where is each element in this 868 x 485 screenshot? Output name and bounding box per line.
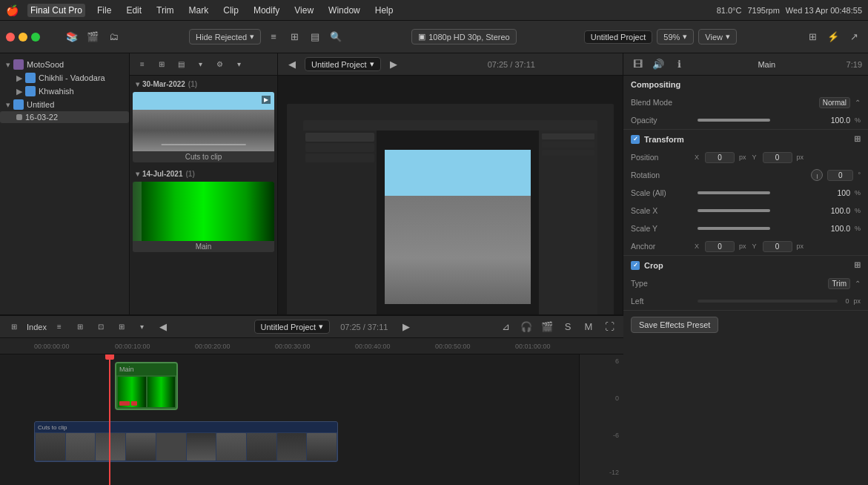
edit-menu[interactable]: Edit — [123, 4, 145, 17]
hide-rejected-dropdown[interactable]: Hide Rejected ▾ — [189, 29, 261, 44]
viewer-nav-right[interactable]: ▶ — [385, 56, 402, 73]
timeline-expand-icon[interactable]: ⛶ — [601, 319, 617, 335]
playhead[interactable] — [109, 354, 110, 485]
cut-thumb-2 — [66, 433, 96, 461]
view-dropdown[interactable]: View ▾ — [698, 29, 737, 44]
timeline-view-icon[interactable]: ⊞ — [113, 319, 130, 335]
clip-label-main: Main — [133, 241, 274, 252]
clip-menu[interactable]: Clip — [220, 4, 242, 17]
maximize-button[interactable] — [31, 33, 40, 42]
modify-menu[interactable]: Modify — [251, 4, 282, 17]
timeline-nav-right[interactable]: ▶ — [398, 319, 414, 335]
project-name-display: Untitled Project — [584, 30, 653, 44]
ruler-mark-10: 00:00:10:00 — [115, 343, 150, 350]
timeline-tag-icon[interactable]: ⊡ — [93, 319, 109, 335]
library-label-untitled: Untitled — [27, 100, 54, 109]
menubar-right: 81.0°C 7195rpm Wed 13 Apr 00:48:55 — [717, 6, 862, 15]
inspector-audio-icon[interactable]: 🔊 — [650, 56, 666, 73]
cut-thumb-5 — [156, 433, 186, 461]
transform-checkbox[interactable]: ✓ — [631, 135, 640, 144]
timeline-mute-icon[interactable]: M — [580, 319, 597, 335]
library-item-untitled[interactable]: ▾ Untitled — [0, 98, 129, 111]
indicator-neg6: -6 — [613, 432, 619, 439]
app-menu[interactable]: Final Cut Pro — [27, 4, 85, 17]
position-x-input[interactable] — [705, 152, 735, 163]
save-effects-preset-button[interactable]: Save Effects Preset — [631, 317, 718, 333]
rotation-dial[interactable] — [811, 169, 823, 181]
main-clip[interactable]: Main — [115, 362, 178, 410]
timeline-audio-icon[interactable]: 🎧 — [518, 319, 534, 335]
share-icon[interactable]: ↗ — [846, 29, 862, 45]
library-item-chikhli[interactable]: ▶ Chikhli - Vadodara — [0, 71, 129, 85]
cuts-to-clip[interactable]: Cuts to clip — [34, 421, 338, 462]
file-menu[interactable]: File — [94, 4, 114, 17]
window-menu[interactable]: Window — [325, 4, 363, 17]
library-label-motosood: MotoSood — [27, 60, 64, 69]
timeline-solo-icon[interactable]: S — [560, 319, 576, 335]
timeline-index-icon[interactable]: ⊞ — [6, 319, 22, 335]
library-item-motosood[interactable]: ▾ MotoSood — [0, 58, 129, 71]
compositing-header: Compositing — [623, 76, 868, 93]
format-dropdown[interactable]: ▣ 1080p HD 30p, Stereo — [411, 29, 516, 44]
apple-menu[interactable]: 🍎 — [6, 4, 19, 16]
inspector-info-icon[interactable]: ℹ — [671, 56, 687, 73]
inspector-icon[interactable]: ⊞ — [804, 29, 821, 45]
trim-menu[interactable]: Trim — [153, 4, 177, 17]
position-y-input[interactable] — [763, 152, 792, 163]
crop-left-label: Left — [631, 297, 690, 306]
event-icon-untitled — [13, 99, 24, 110]
zoom-dropdown[interactable]: 59% ▾ — [657, 29, 694, 44]
library-item-16-03-22[interactable]: 16-03-22 — [0, 111, 129, 123]
anchor-label: Anchor — [631, 242, 690, 251]
event-icon-chikhli — [25, 73, 36, 83]
timeline-nav-left[interactable]: ◀ — [155, 319, 171, 335]
viewer-timeline-pos: 07:25 / 37:11 — [488, 60, 535, 69]
browser-tools-icon[interactable]: ⚙ — [211, 56, 228, 73]
nested-main-viewer — [377, 131, 539, 323]
library-icon[interactable]: 📚 — [64, 29, 80, 45]
blend-mode-dropdown[interactable]: Normal — [819, 97, 850, 108]
main-clip-header: Main — [116, 363, 176, 375]
clock: Wed 13 Apr 00:48:55 — [786, 6, 862, 15]
browser-filmstrip-icon[interactable]: ▤ — [173, 56, 189, 73]
timeline-tools-icon[interactable]: ▾ — [134, 319, 150, 335]
clip-cuts-to-clip[interactable]: ▶ Cuts to clip — [133, 92, 274, 162]
mark-menu[interactable]: Mark — [186, 4, 212, 17]
crop-checkbox[interactable]: ✓ — [631, 261, 640, 270]
timeline-snap-icon[interactable]: ⊿ — [497, 319, 514, 335]
crop-left-row: Left 0 px — [623, 292, 868, 310]
browser-list-icon[interactable]: ≡ — [134, 56, 150, 73]
effects-icon[interactable]: ⚡ — [825, 29, 841, 45]
ruler-mark-40: 00:00:40:00 — [355, 343, 391, 350]
projects-icon[interactable]: 🗂 — [105, 29, 122, 45]
browser-down-icon[interactable]: ▾ — [231, 56, 247, 73]
opacity-row: Opacity 100.0 % — [623, 111, 868, 129]
timeline-list-icon[interactable]: ≡ — [51, 319, 67, 335]
inspector-section-crop: ✓ Crop ⊞ Type Trim ⌃ Left 0 — [623, 256, 868, 311]
list-view-icon[interactable]: ≡ — [265, 29, 282, 45]
clip-appearance-icon[interactable]: ▤ — [307, 29, 323, 45]
crop-type-dropdown[interactable]: Trim — [828, 278, 850, 289]
timeline-video-icon[interactable]: 🎬 — [539, 319, 555, 335]
timeline-tracks[interactable]: Main Cuts to clip — [0, 354, 623, 485]
library-item-khwahish[interactable]: ▶ Khwahish — [0, 85, 129, 98]
timeline-grid-icon[interactable]: ⊞ — [72, 319, 88, 335]
anchor-x-input[interactable] — [705, 241, 735, 252]
timeline-timecode: 07:25 / 37:11 — [340, 323, 388, 331]
close-button[interactable] — [6, 33, 15, 42]
clip-main[interactable]: Main — [133, 182, 274, 252]
main-clip-thumbnails — [116, 375, 176, 409]
view-menu[interactable]: View — [291, 4, 317, 17]
browser-view-icon[interactable]: ▾ — [192, 56, 208, 73]
help-menu[interactable]: Help — [372, 4, 397, 17]
browser-grid-icon[interactable]: ⊞ — [153, 56, 170, 73]
rotation-value-input[interactable] — [827, 170, 853, 181]
search-icon[interactable]: 🔍 — [328, 29, 344, 45]
photo-library-icon[interactable]: 🎬 — [85, 29, 101, 45]
grid-view-icon[interactable]: ⊞ — [286, 29, 302, 45]
inspector-section-compositing: Compositing Blend Mode Normal ⌃ Opacity … — [623, 76, 868, 130]
minimize-button[interactable] — [19, 33, 27, 42]
inspector-video-icon[interactable]: 🎞 — [629, 56, 646, 73]
anchor-y-input[interactable] — [763, 241, 792, 252]
viewer-nav-left[interactable]: ◀ — [284, 56, 300, 73]
